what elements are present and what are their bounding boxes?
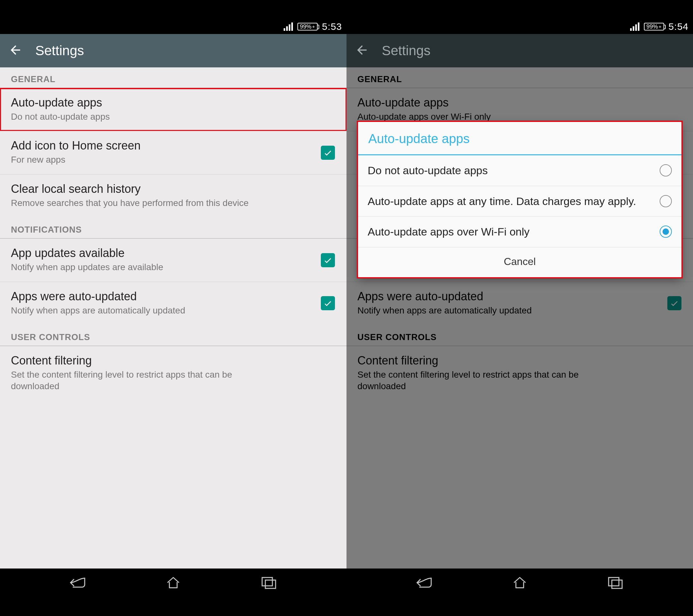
back-button[interactable] <box>355 43 369 58</box>
nav-home-button[interactable] <box>156 573 191 592</box>
charging-plus-icon: + <box>312 24 315 29</box>
item-subtitle: Set the content filtering level to restr… <box>11 369 261 392</box>
dialog-title: Auto-update apps <box>358 122 681 155</box>
signal-icon <box>630 22 639 31</box>
item-auto-update-apps[interactable]: Auto-update apps Do not auto-update apps <box>0 88 346 131</box>
nav-recent-button[interactable] <box>598 573 633 592</box>
dialog-cancel-button[interactable]: Cancel <box>358 247 681 277</box>
app-bar-title: Settings <box>382 43 431 58</box>
nav-bar <box>346 569 693 597</box>
signal-icon <box>284 22 293 31</box>
dialog-highlight: Auto-update apps Do not auto-update apps… <box>358 122 681 277</box>
dialog-option-wifi-only[interactable]: Auto-update apps over Wi-Fi only <box>358 217 681 247</box>
nav-back-button[interactable] <box>60 573 96 592</box>
dialog-option-label: Auto-update apps over Wi-Fi only <box>368 225 653 239</box>
nav-back-icon <box>415 576 434 589</box>
app-bar: Settings <box>346 34 693 67</box>
item-subtitle: Notify when apps are automatically updat… <box>11 305 261 316</box>
svg-rect-2 <box>609 577 619 586</box>
nav-recent-icon <box>261 576 277 589</box>
clock: 5:53 <box>322 21 342 32</box>
item-content-filtering[interactable]: Content filtering Set the content filter… <box>0 346 346 401</box>
back-arrow-icon <box>355 43 369 57</box>
item-title: Add icon to Home screen <box>11 138 336 153</box>
app-bar-title: Settings <box>35 43 84 58</box>
item-add-icon-home[interactable]: Add icon to Home screen For new apps <box>0 131 346 174</box>
radio-wifi-only[interactable] <box>660 225 672 238</box>
item-title: Clear local search history <box>11 182 336 196</box>
item-updates-available[interactable]: App updates available Notify when app up… <box>0 239 346 281</box>
clock: 5:54 <box>669 21 689 32</box>
auto-update-dialog: Auto-update apps Do not auto-update apps… <box>358 122 681 277</box>
item-subtitle: Notify when app updates are available <box>11 261 261 273</box>
charging-plus-icon: + <box>659 24 661 29</box>
svg-rect-1 <box>265 580 276 589</box>
battery-text: 99% <box>300 24 312 29</box>
battery-indicator: 99%+ <box>297 23 318 31</box>
dialog-option-any-time[interactable]: Auto-update apps at any time. Data charg… <box>358 186 681 217</box>
nav-recent-button[interactable] <box>251 573 286 592</box>
section-header-general: GENERAL <box>0 67 346 88</box>
checkbox-were-updated[interactable] <box>321 296 335 310</box>
section-header-notifications: NOTIFICATIONS <box>0 217 346 239</box>
nav-back-button[interactable] <box>407 573 442 592</box>
nav-home-icon <box>512 576 528 590</box>
svg-rect-0 <box>262 577 272 586</box>
dialog-option-do-not[interactable]: Do not auto-update apps <box>358 155 681 186</box>
item-title: Auto-update apps <box>11 95 336 110</box>
screen-right: 99%+ 5:54 Settings GENERAL Auto-update a… <box>346 19 693 597</box>
app-bar: Settings <box>0 34 346 67</box>
nav-back-icon <box>69 576 87 589</box>
item-title: App updates available <box>11 246 336 260</box>
checkbox-add-icon[interactable] <box>321 146 335 160</box>
settings-list[interactable]: GENERAL Auto-update apps Do not auto-upd… <box>0 67 346 569</box>
item-subtitle: For new apps <box>11 154 261 165</box>
dialog-option-label: Auto-update apps at any time. Data charg… <box>368 194 653 208</box>
letterbox-bottom <box>0 597 693 616</box>
back-button[interactable] <box>8 43 22 58</box>
svg-rect-3 <box>612 580 622 589</box>
letterbox-top <box>0 0 693 19</box>
dialog-option-label: Do not auto-update apps <box>368 164 653 177</box>
nav-home-icon <box>165 576 181 590</box>
status-bar: 99%+ 5:54 <box>346 19 693 34</box>
check-icon <box>323 148 333 158</box>
item-title: Apps were auto-updated <box>11 289 336 303</box>
battery-text: 99% <box>647 24 658 29</box>
battery-indicator: 99%+ <box>644 23 664 31</box>
item-subtitle: Do not auto-update apps <box>11 111 261 123</box>
screen-left: 99%+ 5:53 Settings GENERAL Auto-update a… <box>0 19 346 597</box>
check-icon <box>323 255 333 265</box>
status-bar: 99%+ 5:53 <box>0 19 346 34</box>
radio-any-time[interactable] <box>660 195 672 207</box>
item-clear-search-history[interactable]: Clear local search history Remove search… <box>0 174 346 217</box>
item-title: Content filtering <box>11 353 336 368</box>
nav-bar <box>0 569 346 597</box>
back-arrow-icon <box>8 43 22 57</box>
nav-home-button[interactable] <box>502 573 537 592</box>
item-subtitle: Remove searches that you have performed … <box>11 197 261 209</box>
section-header-user-controls: USER CONTROLS <box>0 325 346 346</box>
check-icon <box>323 298 333 308</box>
checkbox-updates-available[interactable] <box>321 253 335 267</box>
item-were-auto-updated[interactable]: Apps were auto-updated Notify when apps … <box>0 282 346 325</box>
radio-do-not[interactable] <box>660 164 672 176</box>
nav-recent-icon <box>607 576 623 589</box>
